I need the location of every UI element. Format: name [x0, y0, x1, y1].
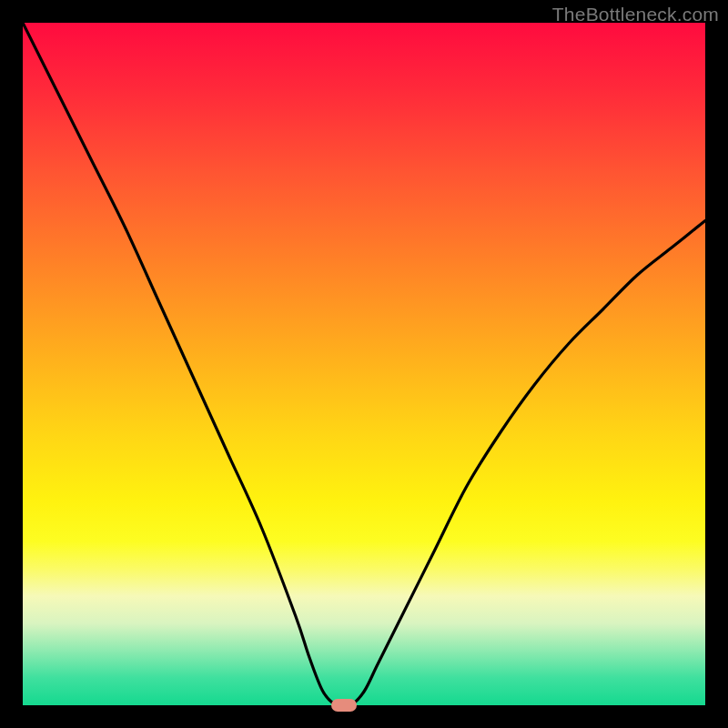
- chart-stage: TheBottleneck.com: [0, 0, 728, 728]
- curve-path: [23, 23, 705, 705]
- bottleneck-curve: [23, 23, 705, 705]
- plot-area: [23, 23, 705, 705]
- watermark-text: TheBottleneck.com: [552, 4, 719, 25]
- optimal-marker: [331, 699, 357, 712]
